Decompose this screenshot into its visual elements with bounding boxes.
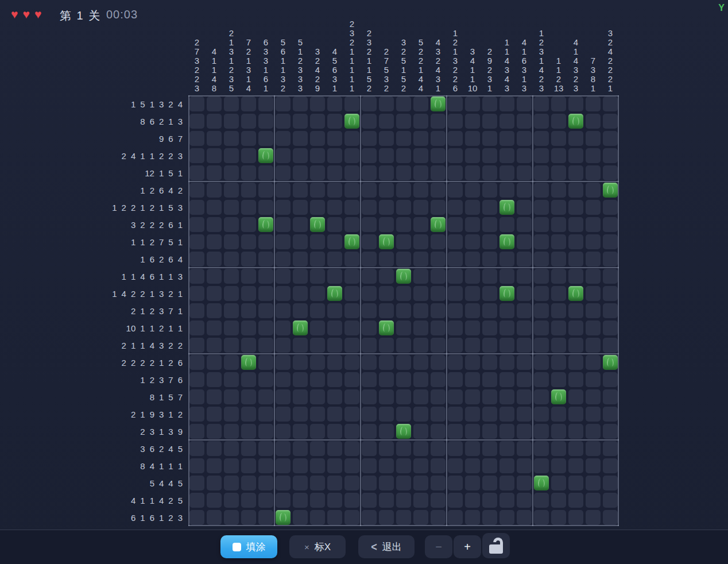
grid-cell[interactable] [224, 114, 239, 129]
grid-cell[interactable] [448, 269, 463, 284]
grid-cell[interactable] [310, 493, 325, 508]
grid-cell[interactable] [603, 338, 618, 353]
grid-cell[interactable] [327, 458, 342, 473]
grid-cell[interactable] [379, 372, 394, 387]
grid-cell-filled[interactable] [499, 286, 514, 301]
grid-cell[interactable] [344, 286, 359, 301]
grid-cell[interactable] [603, 372, 618, 387]
grid-cell[interactable] [499, 96, 514, 111]
grid-cell[interactable] [379, 458, 394, 473]
grid-cell[interactable] [276, 441, 291, 456]
grid-cell[interactable] [241, 338, 256, 353]
grid-cell-filled[interactable] [551, 389, 566, 404]
grid-cell[interactable] [482, 355, 497, 370]
zoom-out-button[interactable]: − [425, 535, 452, 558]
grid-cell[interactable] [241, 165, 256, 180]
grid-cell[interactable] [534, 286, 549, 301]
grid-cell[interactable] [568, 355, 583, 370]
grid-cell[interactable] [482, 372, 497, 387]
grid-cell[interactable] [431, 338, 446, 353]
grid-cell[interactable] [568, 407, 583, 422]
grid-cell[interactable] [586, 286, 601, 301]
grid-cell[interactable] [413, 165, 428, 180]
grid-cell[interactable] [517, 355, 532, 370]
grid-cell-filled[interactable] [603, 183, 618, 198]
grid-cell[interactable] [482, 476, 497, 490]
grid-cell[interactable] [499, 441, 514, 456]
grid-cell[interactable] [499, 131, 514, 146]
grid-cell[interactable] [362, 389, 377, 404]
grid-cell[interactable] [568, 252, 583, 266]
grid-cell[interactable] [224, 493, 239, 508]
grid-cell[interactable] [189, 389, 204, 404]
grid-cell[interactable] [551, 183, 566, 198]
grid-cell[interactable] [499, 389, 514, 404]
grid-cell[interactable] [276, 286, 291, 301]
grid-cell[interactable] [482, 165, 497, 180]
grid-cell[interactable] [413, 200, 428, 215]
grid-cell[interactable] [551, 148, 566, 163]
grid-cell[interactable] [586, 252, 601, 266]
grid-cell[interactable] [189, 355, 204, 370]
grid-cell[interactable] [310, 269, 325, 284]
grid-cell[interactable] [448, 200, 463, 215]
grid-cell[interactable] [586, 200, 601, 215]
grid-cell[interactable] [517, 183, 532, 198]
grid-cell[interactable] [276, 389, 291, 404]
grid-cell[interactable] [327, 476, 342, 490]
grid-cell[interactable] [396, 114, 411, 129]
grid-cell[interactable] [431, 476, 446, 490]
grid-cell[interactable] [241, 148, 256, 163]
grid-cell[interactable] [534, 114, 549, 129]
grid-cell[interactable] [276, 458, 291, 473]
grid-cell[interactable] [276, 493, 291, 508]
grid-cell[interactable] [396, 510, 411, 525]
grid-cell[interactable] [276, 424, 291, 439]
grid-cell[interactable] [189, 458, 204, 473]
grid-cell[interactable] [293, 183, 308, 198]
grid-cell[interactable] [362, 183, 377, 198]
grid-cell[interactable] [310, 165, 325, 180]
grid-cell[interactable] [224, 217, 239, 232]
grid-cell[interactable] [224, 252, 239, 266]
grid-cell[interactable] [551, 458, 566, 473]
grid-cell[interactable] [551, 441, 566, 456]
grid-cell[interactable] [568, 389, 583, 404]
grid-cell[interactable] [327, 338, 342, 353]
grid-cell[interactable] [431, 165, 446, 180]
grid-cell[interactable] [431, 372, 446, 387]
grid-cell[interactable] [241, 269, 256, 284]
grid-cell[interactable] [293, 458, 308, 473]
grid-cell[interactable] [362, 320, 377, 335]
grid-cell[interactable] [603, 286, 618, 301]
grid-cell[interactable] [603, 234, 618, 249]
grid-cell[interactable] [224, 148, 239, 163]
grid-cell[interactable] [517, 389, 532, 404]
grid-cell[interactable] [534, 148, 549, 163]
grid-cell[interactable] [207, 510, 222, 525]
grid-cell[interactable] [448, 252, 463, 266]
grid-cell[interactable] [327, 217, 342, 232]
grid-cell[interactable] [534, 165, 549, 180]
grid-cell-filled[interactable] [396, 424, 411, 439]
grid-cell[interactable] [396, 372, 411, 387]
grid-cell[interactable] [241, 234, 256, 249]
grid-cell-filled[interactable] [241, 355, 256, 370]
grid-cell[interactable] [310, 424, 325, 439]
grid-cell[interactable] [293, 114, 308, 129]
grid-cell[interactable] [327, 252, 342, 266]
grid-cell[interactable] [431, 458, 446, 473]
grid-cell[interactable] [396, 252, 411, 266]
grid-cell[interactable] [224, 165, 239, 180]
grid-cell[interactable] [517, 338, 532, 353]
grid-cell[interactable] [465, 355, 480, 370]
grid-cell[interactable] [413, 234, 428, 249]
grid-cell[interactable] [379, 338, 394, 353]
grid-cell[interactable] [379, 424, 394, 439]
grid-cell[interactable] [586, 389, 601, 404]
grid-cell[interactable] [207, 338, 222, 353]
grid-cell[interactable] [448, 303, 463, 318]
grid-cell[interactable] [258, 200, 273, 215]
grid-cell[interactable] [327, 493, 342, 508]
grid-cell[interactable] [551, 269, 566, 284]
